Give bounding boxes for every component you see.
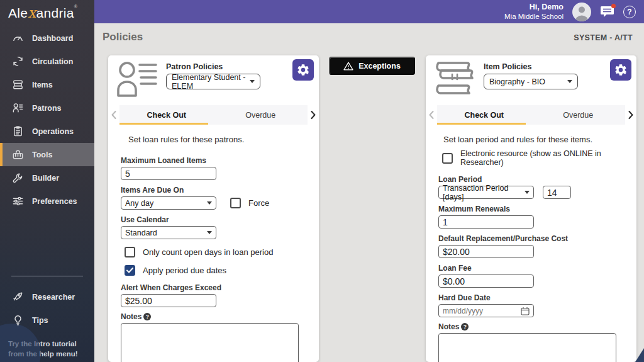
tabs-prev-button[interactable] <box>426 111 437 119</box>
loan-period-days-input[interactable] <box>543 186 571 199</box>
chevron-down-icon <box>567 80 572 83</box>
period-due-checkbox[interactable] <box>125 265 135 276</box>
due-on-value: Any day <box>125 199 153 208</box>
chevron-down-icon <box>207 201 212 205</box>
sidebar-item-label: Circulation <box>32 57 73 66</box>
toolbox-icon <box>12 149 24 161</box>
tab-strip: Check Out Overdue <box>437 105 625 125</box>
user-avatar[interactable] <box>572 3 591 21</box>
use-calendar-label: Use Calendar <box>121 215 310 224</box>
tabs-prev-button[interactable] <box>108 111 119 119</box>
help-button[interactable]: ? <box>623 6 636 18</box>
sidebar-item-tips[interactable]: Tips <box>0 308 94 332</box>
exceptions-button[interactable]: Exceptions <box>329 57 415 75</box>
force-checkbox-row[interactable]: Force <box>230 198 269 208</box>
force-checkbox[interactable] <box>230 198 241 208</box>
max-loaned-input[interactable] <box>121 167 216 180</box>
item-description: Set loan period and rules for these item… <box>443 135 628 144</box>
sidebar-item-builder[interactable]: Builder <box>0 166 94 189</box>
item-settings-button[interactable] <box>610 59 631 81</box>
warning-icon <box>343 62 353 71</box>
app-logo: Alexandria® <box>0 0 94 21</box>
rocket-icon <box>12 291 24 303</box>
page-title: Policies <box>103 31 143 43</box>
period-due-checkbox-row[interactable]: Apply period due dates <box>125 265 310 276</box>
loan-period-label: Loan Period <box>438 175 628 184</box>
circulation-arrows-icon <box>12 55 24 67</box>
sidebar-item-patrons[interactable]: Patrons <box>0 96 94 120</box>
patron-notes-textarea[interactable] <box>121 323 299 362</box>
due-on-label: Items Are Due On <box>121 186 310 195</box>
hard-due-date-label: Hard Due Date <box>438 293 628 302</box>
patron-description: Set loan rules for these patrons. <box>128 135 310 144</box>
notification-dot <box>611 4 616 8</box>
tab-check-out[interactable]: Check Out <box>119 105 214 125</box>
max-loaned-label: Maximum Loaned Items <box>121 156 310 165</box>
due-on-select[interactable]: Any day <box>121 196 216 210</box>
item-policy-select[interactable]: Biography - BIO <box>484 74 578 89</box>
item-policy-value: Biography - BIO <box>489 77 545 86</box>
sidebar-item-label: Dashboard <box>32 34 73 43</box>
sidebar-item-operations[interactable]: Operations <box>0 120 94 143</box>
sidebar-item-label: Tools <box>32 150 52 159</box>
tabs-next-button[interactable] <box>625 111 636 119</box>
loan-fee-label: Loan Fee <box>438 264 628 273</box>
chevron-down-icon <box>525 191 530 194</box>
sidebar-item-dashboard[interactable]: Dashboard <box>0 26 94 50</box>
open-days-checkbox[interactable] <box>125 247 135 257</box>
patron-panel-header: Patron Policies Elementary Student - ELE… <box>108 55 319 101</box>
alert-charges-input[interactable] <box>121 294 216 307</box>
sidebar-item-label: Builder <box>32 174 59 183</box>
sidebar-item-circulation[interactable]: Circulation <box>0 50 94 73</box>
force-label: Force <box>248 198 269 208</box>
item-panel-header: Item Policies Biography - BIO <box>426 55 636 101</box>
patron-settings-button[interactable] <box>292 59 314 81</box>
loan-period-select[interactable]: Transaction Period [days] <box>438 186 534 199</box>
sidebar-item-label: Preferences <box>32 197 77 206</box>
sidebar-item-preferences[interactable]: Preferences <box>0 189 94 213</box>
logo-text: Ale <box>8 6 28 20</box>
sidebar-item-items[interactable]: Items <box>0 73 94 96</box>
gauge-icon <box>12 32 24 44</box>
messages-button[interactable] <box>600 5 614 18</box>
active-tab-underline <box>437 123 526 125</box>
sidebar-item-researcher[interactable]: Researcher <box>0 285 94 308</box>
gear-icon <box>296 63 310 77</box>
sliders-icon <box>12 195 24 207</box>
electronic-checkbox-row[interactable]: Electronic resource (show as ONLINE in R… <box>442 149 628 167</box>
patron-policies-title: Patron Policies <box>166 62 260 71</box>
item-policies-panel: Item Policies Biography - BIO Check Out … <box>426 55 636 362</box>
tab-overdue[interactable]: Overdue <box>531 105 626 125</box>
loan-fee-input[interactable] <box>438 274 534 288</box>
calendar-icon <box>521 307 530 315</box>
sidebar-item-tools[interactable]: Tools <box>0 143 94 166</box>
tab-overdue[interactable]: Overdue <box>214 105 308 125</box>
item-notes-textarea[interactable] <box>438 333 616 362</box>
patron-panel-body: Set loan rules for these patrons. Maximu… <box>108 135 319 362</box>
electronic-checkbox[interactable] <box>442 153 453 164</box>
logo-x: x <box>28 4 36 21</box>
hard-due-date-input[interactable] <box>443 307 506 315</box>
gear-icon <box>614 63 628 77</box>
sidebar-item-label: Tips <box>32 316 48 325</box>
help-icon[interactable]: ? <box>143 313 151 320</box>
use-calendar-select[interactable]: Standard <box>121 226 216 239</box>
sidebar-item-label: Items <box>32 81 53 89</box>
patron-tabs: Check Out Overdue <box>108 105 319 125</box>
hard-due-date-field[interactable] <box>438 304 534 317</box>
tab-check-out[interactable]: Check Out <box>437 105 531 125</box>
alert-charges-label: Alert When Charges Exceed <box>121 283 310 292</box>
tabs-next-button[interactable] <box>308 111 319 119</box>
electronic-label: Electronic resource (show as ONLINE in R… <box>460 149 628 167</box>
patron-policies-panel: Patron Policies Elementary Student - ELE… <box>108 55 319 362</box>
max-renewals-input[interactable] <box>438 215 534 229</box>
patron-policy-select[interactable]: Elementary Student - ELEM <box>166 74 260 89</box>
help-icon[interactable]: ? <box>461 323 469 331</box>
open-days-checkbox-row[interactable]: Only count open days in loan period <box>125 247 310 257</box>
patron-list-icon <box>12 102 24 114</box>
question-mark-icon: ? <box>627 8 631 16</box>
replacement-cost-input[interactable] <box>438 245 534 258</box>
chevron-down-icon <box>207 231 212 234</box>
sidebar-item-label: Operations <box>32 127 74 136</box>
item-policies-icon <box>433 60 476 99</box>
